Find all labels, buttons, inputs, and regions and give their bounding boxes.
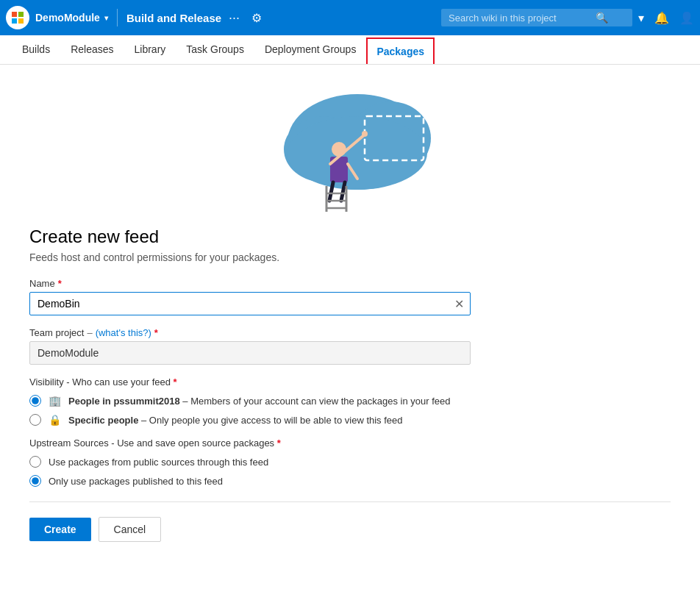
form-title: Create new feed [29,226,671,247]
team-project-value: DemoModule [29,341,471,365]
visibility-org-label: People in pssummit2018 – Members of your… [68,396,451,407]
section-name: Build and Release [126,12,221,24]
svg-point-20 [362,131,368,137]
name-input[interactable] [30,298,449,310]
visibility-label: Visibility - Who can use your feed * [29,376,671,388]
upstream-option-only: Only use packages published to this feed [29,475,671,487]
team-project-label: Team project – (what's this?) * [29,327,671,338]
tab-deployment-groups[interactable]: Deployment Groups [254,35,367,65]
search-bar[interactable]: 🔍 [441,9,632,26]
name-input-row: ✕ [29,292,471,315]
visibility-group: Visibility - Who can use your feed * 🏢 P… [29,376,671,426]
team-project-required: * [154,327,158,338]
settings-icon[interactable]: ⚙ [251,11,262,25]
secondary-nav: Builds Releases Library Task Groups Depl… [0,35,700,65]
notifications-icon[interactable]: 🔔 [654,11,669,25]
name-required: * [58,278,62,289]
nav-divider [117,9,118,26]
top-bar: DemoModule ▾ Build and Release ··· ⚙ 🔍 ▾… [0,0,700,35]
name-field-group: Name * ✕ [29,278,671,315]
visibility-option-specific: 🔒 Specific people – Only people you give… [29,414,671,426]
search-input[interactable] [449,12,596,24]
lock-icon: 🔒 [49,414,61,426]
cloud-illustration [262,72,438,212]
illustration-area [29,72,671,212]
name-label: Name * [29,278,671,289]
create-button[interactable]: Create [29,518,91,541]
upstream-option-public: Use packages from public sources through… [29,456,671,468]
upstream-public-label: Use packages from public sources through… [49,457,268,468]
tab-task-groups[interactable]: Task Groups [176,35,254,65]
project-selector[interactable]: DemoModule ▾ [35,12,108,24]
visibility-specific-label: Specific people – Only people you give a… [68,415,403,426]
user-icon[interactable]: 👤 [679,11,694,25]
svg-rect-2 [12,18,17,24]
org-icon: 🏢 [49,395,61,407]
upstream-only-label: Only use packages published to this feed [49,476,223,487]
action-bar: Create Cancel [29,517,671,557]
visibility-specific-bold: Specific people [68,415,138,426]
visibility-org-radio[interactable] [29,395,41,407]
upstream-radio-group: Use packages from public sources through… [29,456,671,487]
upstream-label: Upstream Sources - Use and save open sou… [29,438,671,449]
top-bar-actions: ▾ 🔔 👤 [638,11,694,25]
visibility-org-bold: People in pssummit2018 [68,396,180,407]
whats-this-link[interactable]: (what's this?) [96,327,151,338]
main-content: Create new feed Feeds host and control p… [0,65,700,600]
svg-point-9 [332,142,346,157]
upstream-group: Upstream Sources - Use and save open sou… [29,438,671,487]
app-logo[interactable] [6,6,29,29]
svg-rect-1 [18,12,24,17]
visibility-specific-radio[interactable] [29,414,41,426]
team-project-group: Team project – (what's this?) * DemoModu… [29,327,671,365]
tab-packages[interactable]: Packages [366,38,435,64]
svg-rect-0 [12,12,17,17]
tab-releases[interactable]: Releases [60,35,124,65]
search-icon: 🔍 [596,12,608,24]
clear-name-button[interactable]: ✕ [449,297,470,311]
dropdown-icon[interactable]: ▾ [638,11,644,25]
project-name: DemoModule [35,12,100,24]
visibility-option-org: 🏢 People in pssummit2018 – Members of yo… [29,395,671,407]
project-chevron-icon: ▾ [104,14,108,22]
more-options-icon[interactable]: ··· [229,10,240,26]
tab-library[interactable]: Library [124,35,176,65]
visibility-required: * [174,376,177,388]
upstream-required: * [277,438,281,449]
visibility-specific-rest: – Only people you give access to will be… [138,415,402,426]
form-subtitle: Feeds host and control permissions for y… [29,251,671,263]
upstream-public-radio[interactable] [29,456,41,468]
svg-rect-3 [18,18,24,24]
visibility-radio-group: 🏢 People in pssummit2018 – Members of yo… [29,395,671,426]
form-divider [29,501,671,502]
upstream-only-radio[interactable] [29,475,41,487]
visibility-org-rest: – Members of your account can view the p… [180,396,451,407]
tab-builds[interactable]: Builds [12,35,60,65]
cancel-button[interactable]: Cancel [99,517,162,542]
